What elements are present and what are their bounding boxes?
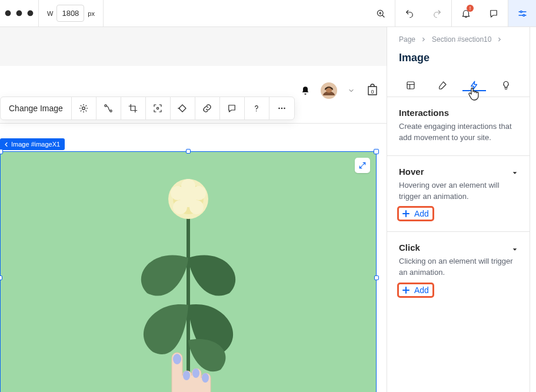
plus-icon [402,287,410,294]
svg-point-16 [173,354,181,364]
link-icon [202,103,212,114]
cart-button[interactable]: 0 [365,82,379,99]
plus-icon [402,210,410,217]
chevron-right-icon [421,35,426,44]
change-image-label: Change Image [9,104,63,113]
animation-button[interactable] [96,97,121,119]
notification-badge: ! [467,5,474,12]
flower-illustration [112,158,265,392]
cart-count: 0 [365,89,379,95]
image-settings-button[interactable] [72,97,96,119]
click-desc: Clicking on an element will trigger an a… [399,256,518,278]
shape-mask-icon [177,103,188,114]
chat-icon [488,8,499,19]
collapse-caret-icon[interactable] [512,170,518,176]
undo-icon [404,8,415,19]
interactions-heading: Interactions [399,108,518,118]
link-button[interactable] [195,97,220,119]
focal-point-button[interactable] [146,97,171,119]
resize-handle-ne[interactable] [374,149,379,154]
svg-point-0 [5,11,11,16]
click-heading: Click [399,242,420,253]
width-unit: px [88,10,95,17]
crop-button[interactable] [121,97,146,119]
tab-tips[interactable] [497,80,515,91]
svg-point-19 [202,373,209,383]
interactions-desc: Create engaging interactions that add mo… [399,121,518,144]
svg-point-26 [281,108,283,109]
selection-tag[interactable]: Image #imageX1 [0,138,65,150]
redo-icon [432,8,442,19]
svg-point-4 [520,11,522,12]
width-label: W [47,10,53,17]
more-icon [277,103,287,114]
svg-point-5 [522,14,524,16]
path-animation-icon [103,103,114,114]
inspector-panel: Page Section #section10 Image Interactio… [387,27,530,392]
add-click-button[interactable]: Add [399,284,432,296]
crop-icon [128,103,138,114]
add-click-label: Add [414,285,429,295]
svg-point-23 [157,107,159,109]
svg-point-27 [284,108,285,109]
help-icon [251,103,262,114]
expand-icon [358,161,367,170]
click-section: Click Clicking on an element will trigge… [387,232,530,308]
svg-point-25 [278,108,280,109]
resize-handle-nw[interactable] [0,149,3,154]
top-menu-more-button[interactable] [0,0,39,26]
brush-icon [437,80,448,91]
comments-button[interactable] [480,0,508,26]
expand-image-button[interactable] [355,158,370,173]
hover-section: Hover Hovering over an element will trig… [387,156,530,232]
layout-icon [405,80,416,91]
inspector-tabs [387,74,530,97]
cursor-hand-icon [467,87,480,101]
chevron-left-icon [4,142,9,147]
zoom-button[interactable] [367,0,395,26]
svg-point-2 [28,11,34,16]
collapse-caret-icon[interactable] [512,247,518,253]
change-image-button[interactable]: Change Image [1,97,72,119]
interactions-section: Interactions Create engaging interaction… [387,97,530,156]
comment-icon [227,103,237,114]
breadcrumb: Page Section #section10 [387,27,530,44]
hover-heading: Hover [399,167,424,177]
tab-design[interactable] [433,80,452,91]
zoom-in-icon [375,8,386,19]
toolbar-more-button[interactable] [269,97,294,119]
mask-button[interactable] [171,97,195,119]
hover-desc: Hovering over an element will trigger an… [399,180,518,202]
canvas-background [0,27,387,66]
account-chevron-down-icon[interactable] [348,87,355,94]
svg-rect-28 [407,82,414,89]
tab-layout[interactable] [401,80,420,91]
redo-button[interactable] [423,0,451,26]
undo-button[interactable] [395,0,423,26]
breadcrumb-page[interactable]: Page [399,35,415,44]
help-button[interactable] [245,97,269,119]
sliders-icon [517,8,528,19]
canvas-width-control: W 1808 px [39,0,104,26]
svg-point-15 [180,191,197,207]
resize-handle-w[interactable] [0,275,2,280]
add-hover-button[interactable]: Add [399,208,432,220]
add-hover-label: Add [414,209,429,218]
selected-image[interactable] [0,151,377,392]
resize-handle-e[interactable] [374,275,379,280]
header-bell-icon [301,86,310,95]
breadcrumb-section[interactable]: Section #section10 [432,35,491,44]
width-input[interactable]: 1808 [56,5,84,22]
notifications-button[interactable]: ! [451,0,480,26]
avatar[interactable] [321,82,337,99]
toolbar-comment-button[interactable] [220,97,245,119]
resize-handle-n[interactable] [186,149,191,154]
svg-point-20 [82,107,85,110]
lightbulb-icon [501,80,511,91]
image-floating-toolbar: Change Image [0,97,295,120]
svg-point-17 [183,371,190,380]
selection-tag-label: Image #imageX1 [11,141,60,148]
gear-icon [78,103,89,114]
inspector-toggle-button[interactable] [508,0,536,26]
panel-title: Image [387,44,530,74]
